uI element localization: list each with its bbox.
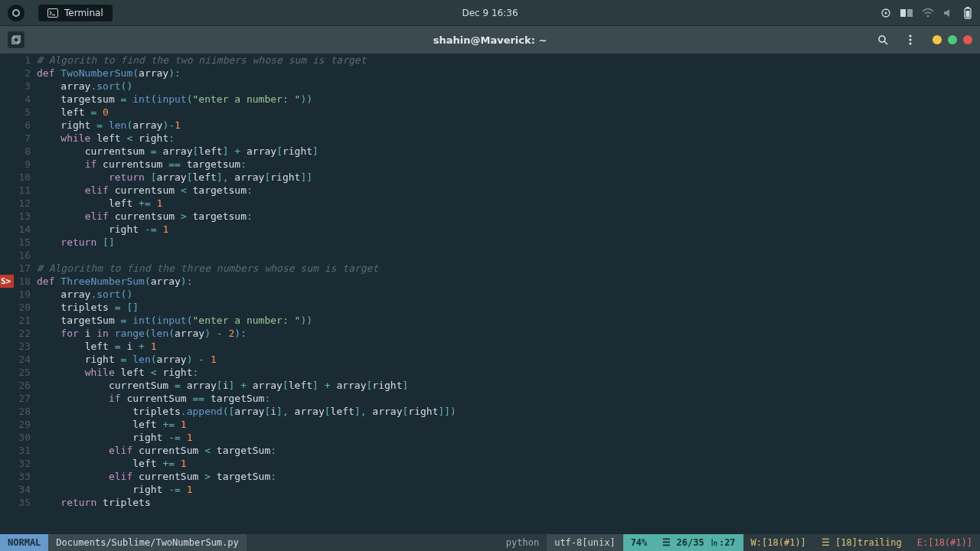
line-number: 2 xyxy=(14,67,37,80)
svg-point-16 xyxy=(909,42,911,44)
gutter-sign xyxy=(0,236,14,249)
code-line: 14 right -= 1 xyxy=(0,223,980,236)
gutter-sign xyxy=(0,431,14,444)
activities-button[interactable] xyxy=(8,5,24,21)
gutter-sign: S> xyxy=(0,275,14,288)
line-number: 5 xyxy=(14,106,37,119)
network-icon[interactable] xyxy=(922,8,934,18)
maximize-button[interactable] xyxy=(948,35,957,44)
gutter-sign xyxy=(0,340,14,353)
code-line: 20 triplets = [] xyxy=(0,301,980,314)
gutter-sign xyxy=(0,67,14,80)
svg-point-6 xyxy=(927,15,929,17)
line-number: 32 xyxy=(14,457,37,470)
line-number: 17 xyxy=(14,262,37,275)
status-mode: NORMAL xyxy=(0,534,48,551)
line-number: 29 xyxy=(14,418,37,431)
line-number: 35 xyxy=(14,496,37,509)
gutter-sign xyxy=(0,262,14,275)
svg-rect-5 xyxy=(907,9,913,17)
window-title: shahin@Maverick: ~ xyxy=(433,34,547,46)
gutter-sign xyxy=(0,496,14,509)
code-content: currentSum = array[i] + array[left] + ar… xyxy=(37,379,980,392)
code-content: array.sort() xyxy=(37,288,980,301)
status-encoding: utf-8[unix] xyxy=(547,534,622,551)
gutter-sign xyxy=(0,197,14,210)
code-content: triplets.append([array[i], array[left], … xyxy=(37,405,980,418)
svg-point-14 xyxy=(909,34,911,37)
svg-point-15 xyxy=(909,38,911,41)
line-number: 7 xyxy=(14,132,37,145)
status-percent: 74% xyxy=(623,534,655,551)
code-line: 32 left += 1 xyxy=(0,457,980,470)
code-line: 23 left = i + 1 xyxy=(0,340,980,353)
gutter-sign xyxy=(0,301,14,314)
code-line: 28 triplets.append([array[i], array[left… xyxy=(0,405,980,418)
gutter-sign xyxy=(0,54,14,67)
menu-button[interactable] xyxy=(900,30,920,50)
gutter-sign xyxy=(0,314,14,327)
gutter-sign xyxy=(0,457,14,470)
line-number: 30 xyxy=(14,431,37,444)
svg-line-13 xyxy=(884,41,887,44)
line-number: 20 xyxy=(14,301,37,314)
terminal-icon xyxy=(47,8,58,18)
code-content: currentsum = array[left] + array[right] xyxy=(37,145,980,158)
code-content: left += 1 xyxy=(37,197,980,210)
code-content: left += 1 xyxy=(37,457,980,470)
battery-icon[interactable] xyxy=(963,7,972,19)
code-content: while left < right: xyxy=(37,132,980,145)
svg-rect-11 xyxy=(14,36,20,42)
code-content: def ThreeNumberSum(array): xyxy=(37,275,980,288)
code-line: 15 return [] xyxy=(0,236,980,249)
system-top-bar: Terminal Dec 9 16:36 xyxy=(0,0,980,26)
code-content: for i in range(len(array) - 2): xyxy=(37,327,980,340)
vim-status-line: NORMAL Documents/Sublime/TwoNumberSum.py… xyxy=(0,534,980,551)
code-line: 8 currentsum = array[left] + array[right… xyxy=(0,145,980,158)
gutter-sign xyxy=(0,119,14,132)
taskbar-app-label: Terminal xyxy=(64,8,103,18)
taskbar-app-terminal[interactable]: Terminal xyxy=(38,5,113,21)
gutter-sign xyxy=(0,171,14,184)
code-content: array.sort() xyxy=(37,80,980,93)
status-trailing: ☰ [18]trailing xyxy=(814,534,910,551)
code-line: 9 if currentsum == targetsum: xyxy=(0,158,980,171)
svg-rect-8 xyxy=(966,7,969,8)
system-tray xyxy=(880,7,972,19)
line-number: 18 xyxy=(14,275,37,288)
line-number: 12 xyxy=(14,197,37,210)
volume-icon[interactable] xyxy=(943,8,954,18)
code-line: 13 elif currentsum > targetsum: xyxy=(0,210,980,223)
line-number: 25 xyxy=(14,366,37,379)
status-warnings: W:[18(#1)] xyxy=(743,534,814,551)
gutter-sign xyxy=(0,132,14,145)
gutter-sign xyxy=(0,353,14,366)
close-button[interactable] xyxy=(963,35,972,44)
code-line: 2def TwoNumberSum(array): xyxy=(0,67,980,80)
svg-point-12 xyxy=(879,36,885,42)
status-filetype: python xyxy=(498,534,547,551)
editor-viewport[interactable]: 1# Algorith to find the two niimbers who… xyxy=(0,54,980,534)
code-content: return [] xyxy=(37,236,980,249)
gutter-sign xyxy=(0,210,14,223)
search-button[interactable] xyxy=(873,30,893,50)
minimize-button[interactable] xyxy=(933,35,942,44)
settings-icon[interactable] xyxy=(880,8,891,18)
gutter-sign xyxy=(0,223,14,236)
code-content: elif currentSum < targetSum: xyxy=(37,444,980,457)
workspace-icon[interactable] xyxy=(900,8,913,18)
new-tab-button[interactable] xyxy=(8,31,24,48)
code-content: # Algorith to find the two niimbers whos… xyxy=(37,54,980,67)
gutter-sign xyxy=(0,444,14,457)
code-content: targetSum = int(input("enter a number: "… xyxy=(37,314,980,327)
gutter-sign xyxy=(0,93,14,106)
code-line: 17# Algorithm to find the three numbers … xyxy=(0,262,980,275)
code-line: 3 array.sort() xyxy=(0,80,980,93)
svg-rect-1 xyxy=(48,8,58,17)
status-errors: E:[18(#1)] xyxy=(910,534,980,551)
clock[interactable]: Dec 9 16:36 xyxy=(462,8,518,18)
status-filepath: Documents/Sublime/TwoNumberSum.py xyxy=(48,534,246,551)
line-number: 8 xyxy=(14,145,37,158)
code-line: 22 for i in range(len(array) - 2): xyxy=(0,327,980,340)
line-number: 1 xyxy=(14,54,37,67)
